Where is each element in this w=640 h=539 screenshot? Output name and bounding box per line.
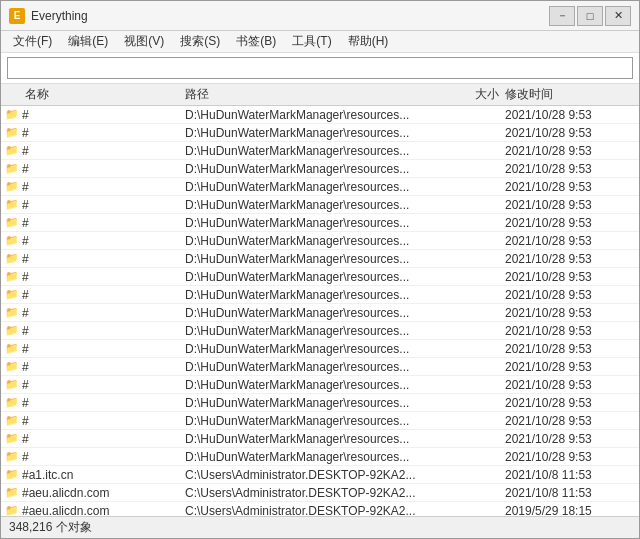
table-row[interactable]: 📁#D:\HuDunWaterMarkManager\resources...2… [1, 412, 639, 430]
header-path[interactable]: 路径 [185, 86, 425, 103]
folder-icon: 📁 [5, 360, 19, 374]
folder-icon: 📁 [5, 288, 19, 302]
table-row[interactable]: 📁#D:\HuDunWaterMarkManager\resources...2… [1, 232, 639, 250]
folder-icon: 📁 [5, 162, 19, 176]
maximize-button[interactable]: □ [577, 6, 603, 26]
folder-icon: 📁 [5, 342, 19, 356]
row-path-cell: D:\HuDunWaterMarkManager\resources... [185, 198, 425, 212]
table-row[interactable]: 📁#D:\HuDunWaterMarkManager\resources...2… [1, 124, 639, 142]
row-name-cell: 📁# [5, 306, 185, 320]
row-path-cell: D:\HuDunWaterMarkManager\resources... [185, 270, 425, 284]
row-name-cell: 📁#aeu.alicdn.com [5, 504, 185, 517]
menu-edit[interactable]: 编辑(E) [60, 31, 116, 52]
table-row[interactable]: 📁#D:\HuDunWaterMarkManager\resources...2… [1, 376, 639, 394]
table-row[interactable]: 📁#D:\HuDunWaterMarkManager\resources...2… [1, 178, 639, 196]
table-row[interactable]: 📁#D:\HuDunWaterMarkManager\resources...2… [1, 142, 639, 160]
menu-help[interactable]: 帮助(H) [340, 31, 397, 52]
folder-icon: 📁 [5, 252, 19, 266]
row-mtime-cell: 2021/10/28 9:53 [505, 162, 635, 176]
row-path-cell: D:\HuDunWaterMarkManager\resources... [185, 360, 425, 374]
search-bar [1, 53, 639, 84]
row-name-cell: 📁# [5, 252, 185, 266]
header-mtime[interactable]: 修改时间 [505, 86, 635, 103]
menu-tools[interactable]: 工具(T) [284, 31, 339, 52]
row-mtime-cell: 2021/10/8 11:53 [505, 468, 635, 482]
row-name-cell: 📁# [5, 324, 185, 338]
row-name-cell: 📁# [5, 234, 185, 248]
row-path-cell: D:\HuDunWaterMarkManager\resources... [185, 234, 425, 248]
row-name-cell: 📁# [5, 144, 185, 158]
search-input[interactable] [7, 57, 633, 79]
menu-view[interactable]: 视图(V) [116, 31, 172, 52]
row-path-cell: D:\HuDunWaterMarkManager\resources... [185, 162, 425, 176]
row-mtime-cell: 2021/10/28 9:53 [505, 342, 635, 356]
row-name-cell: 📁#a1.itc.cn [5, 468, 185, 482]
folder-icon: 📁 [5, 216, 19, 230]
table-row[interactable]: 📁#D:\HuDunWaterMarkManager\resources...2… [1, 286, 639, 304]
folder-icon: 📁 [5, 108, 19, 122]
row-name-cell: 📁# [5, 288, 185, 302]
table-row[interactable]: 📁#D:\HuDunWaterMarkManager\resources...2… [1, 106, 639, 124]
row-mtime-cell: 2021/10/28 9:53 [505, 414, 635, 428]
status-bar: 348,216 个对象 [1, 516, 639, 538]
row-path-cell: D:\HuDunWaterMarkManager\resources... [185, 450, 425, 464]
menu-file[interactable]: 文件(F) [5, 31, 60, 52]
table-row[interactable]: 📁#aeu.alicdn.comC:\Users\Administrator.D… [1, 502, 639, 516]
table-container: 📁#D:\HuDunWaterMarkManager\resources...2… [1, 106, 639, 516]
table-row[interactable]: 📁#D:\HuDunWaterMarkManager\resources...2… [1, 394, 639, 412]
table-body[interactable]: 📁#D:\HuDunWaterMarkManager\resources...2… [1, 106, 639, 516]
table-row[interactable]: 📁#D:\HuDunWaterMarkManager\resources...2… [1, 448, 639, 466]
close-button[interactable]: ✕ [605, 6, 631, 26]
row-path-cell: D:\HuDunWaterMarkManager\resources... [185, 378, 425, 392]
table-row[interactable]: 📁#D:\HuDunWaterMarkManager\resources...2… [1, 196, 639, 214]
row-path-cell: D:\HuDunWaterMarkManager\resources... [185, 306, 425, 320]
main-window: E Everything － □ ✕ 文件(F) 编辑(E) 视图(V) 搜索(… [0, 0, 640, 539]
header-name[interactable]: 名称 [5, 86, 185, 103]
header-size[interactable]: 大小 [425, 86, 505, 103]
menu-search[interactable]: 搜索(S) [172, 31, 228, 52]
folder-icon: 📁 [5, 378, 19, 392]
table-row[interactable]: 📁#D:\HuDunWaterMarkManager\resources...2… [1, 250, 639, 268]
row-path-cell: D:\HuDunWaterMarkManager\resources... [185, 144, 425, 158]
folder-icon: 📁 [5, 126, 19, 140]
row-mtime-cell: 2019/5/29 18:15 [505, 504, 635, 517]
folder-icon: 📁 [5, 198, 19, 212]
folder-icon: 📁 [5, 432, 19, 446]
row-name-cell: 📁# [5, 432, 185, 446]
row-name-cell: 📁# [5, 342, 185, 356]
row-name-cell: 📁# [5, 108, 185, 122]
row-name-cell: 📁# [5, 360, 185, 374]
row-path-cell: D:\HuDunWaterMarkManager\resources... [185, 252, 425, 266]
row-mtime-cell: 2021/10/28 9:53 [505, 144, 635, 158]
row-name-cell: 📁# [5, 216, 185, 230]
row-path-cell: C:\Users\Administrator.DESKTOP-92KA2... [185, 468, 425, 482]
table-row[interactable]: 📁#D:\HuDunWaterMarkManager\resources...2… [1, 160, 639, 178]
menu-bookmarks[interactable]: 书签(B) [228, 31, 284, 52]
row-path-cell: D:\HuDunWaterMarkManager\resources... [185, 180, 425, 194]
folder-icon: 📁 [5, 468, 19, 482]
folder-icon: 📁 [5, 234, 19, 248]
folder-icon: 📁 [5, 324, 19, 338]
row-mtime-cell: 2021/10/28 9:53 [505, 378, 635, 392]
table-row[interactable]: 📁#D:\HuDunWaterMarkManager\resources...2… [1, 268, 639, 286]
row-path-cell: D:\HuDunWaterMarkManager\resources... [185, 396, 425, 410]
table-row[interactable]: 📁#a1.itc.cnC:\Users\Administrator.DESKTO… [1, 466, 639, 484]
table-row[interactable]: 📁#D:\HuDunWaterMarkManager\resources...2… [1, 304, 639, 322]
window-controls: － □ ✕ [549, 6, 631, 26]
table-row[interactable]: 📁#D:\HuDunWaterMarkManager\resources...2… [1, 322, 639, 340]
table-row[interactable]: 📁#D:\HuDunWaterMarkManager\resources...2… [1, 214, 639, 232]
row-mtime-cell: 2021/10/28 9:53 [505, 306, 635, 320]
row-name-cell: 📁# [5, 378, 185, 392]
row-name-cell: 📁#aeu.alicdn.com [5, 486, 185, 500]
minimize-button[interactable]: － [549, 6, 575, 26]
row-mtime-cell: 2021/10/28 9:53 [505, 288, 635, 302]
table-row[interactable]: 📁#aeu.alicdn.comC:\Users\Administrator.D… [1, 484, 639, 502]
row-path-cell: D:\HuDunWaterMarkManager\resources... [185, 216, 425, 230]
table-row[interactable]: 📁#D:\HuDunWaterMarkManager\resources...2… [1, 358, 639, 376]
row-path-cell: D:\HuDunWaterMarkManager\resources... [185, 414, 425, 428]
row-mtime-cell: 2021/10/28 9:53 [505, 198, 635, 212]
table-row[interactable]: 📁#D:\HuDunWaterMarkManager\resources...2… [1, 430, 639, 448]
folder-icon: 📁 [5, 504, 19, 517]
table-row[interactable]: 📁#D:\HuDunWaterMarkManager\resources...2… [1, 340, 639, 358]
row-name-cell: 📁# [5, 126, 185, 140]
